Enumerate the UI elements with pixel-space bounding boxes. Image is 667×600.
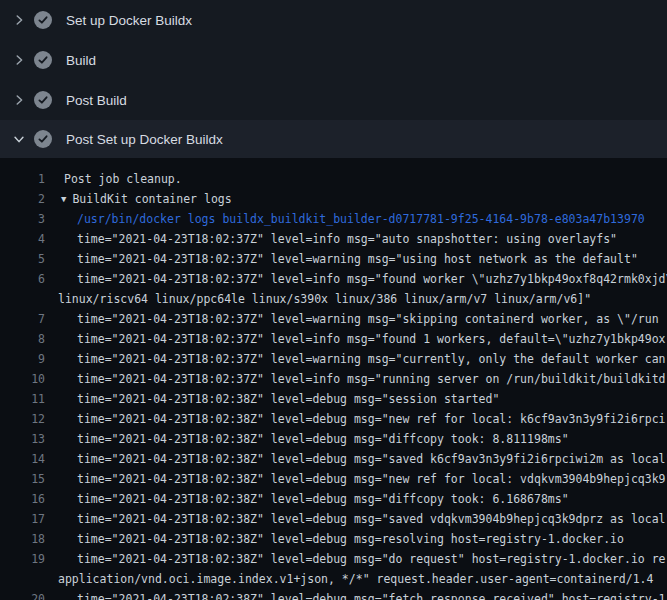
log-line-text: time="2021-04-23T18:02:38Z" level=debug …: [45, 389, 499, 409]
group-title: BuildKit container logs: [72, 192, 231, 206]
chevron-right-icon: [12, 53, 26, 67]
check-circle-icon: [34, 51, 52, 69]
log-line-number[interactable]: 8: [0, 329, 45, 349]
log-line: 16time="2021-04-23T18:02:38Z" level=debu…: [0, 489, 667, 509]
log-line-number[interactable]: 14: [0, 449, 45, 469]
log-line: 4time="2021-04-23T18:02:37Z" level=info …: [0, 229, 667, 249]
log-line: 11time="2021-04-23T18:02:38Z" level=debu…: [0, 389, 667, 409]
log-line-number[interactable]: 2: [0, 189, 45, 209]
log-line-number[interactable]: 9: [0, 349, 45, 369]
log-line-number[interactable]: 5: [0, 249, 45, 269]
log-line-text: time="2021-04-23T18:02:38Z" level=debug …: [45, 509, 667, 529]
log-line-text: application/vnd.oci.image.index.v1+json,…: [45, 569, 653, 589]
log-line-text: time="2021-04-23T18:02:38Z" level=debug …: [45, 489, 569, 509]
log-line-text: time="2021-04-23T18:02:38Z" level=debug …: [45, 429, 569, 449]
log-line-number[interactable]: 13: [0, 429, 45, 449]
log-line-number[interactable]: 12: [0, 409, 45, 429]
log-line-number[interactable]: 19: [0, 549, 45, 569]
log-line-continuation: application/vnd.oci.image.index.v1+json,…: [0, 569, 667, 589]
log-line-text: time="2021-04-23T18:02:37Z" level=warnin…: [45, 249, 638, 269]
log-line-number[interactable]: 17: [0, 509, 45, 529]
log-line-number[interactable]: 6: [0, 269, 45, 289]
log-line-text: time="2021-04-23T18:02:37Z" level=info m…: [45, 329, 666, 349]
step-row-build[interactable]: Build: [0, 40, 667, 80]
log-line: 14time="2021-04-23T18:02:38Z" level=debu…: [0, 449, 667, 469]
check-circle-icon: [34, 91, 52, 109]
log-line-number[interactable]: 3: [0, 209, 45, 229]
log-line: 19time="2021-04-23T18:02:38Z" level=debu…: [0, 549, 667, 569]
check-circle-icon: [34, 11, 52, 29]
log-line-text: ▼BuildKit container logs: [45, 189, 232, 209]
log-line-text: time="2021-04-23T18:02:37Z" level=info m…: [45, 229, 617, 249]
log-line: 12time="2021-04-23T18:02:38Z" level=debu…: [0, 409, 667, 429]
log-line-number[interactable]: 16: [0, 489, 45, 509]
log-line: 5time="2021-04-23T18:02:37Z" level=warni…: [0, 249, 667, 269]
step-title: Post Build: [66, 93, 127, 108]
log-line-number[interactable]: 4: [0, 229, 45, 249]
check-circle-icon: [34, 130, 52, 148]
log-line: 13time="2021-04-23T18:02:38Z" level=debu…: [0, 429, 667, 449]
log-line-text: time="2021-04-23T18:02:37Z" level=info m…: [45, 269, 667, 289]
log-line-text: time="2021-04-23T18:02:38Z" level=debug …: [45, 449, 667, 469]
group-expander-icon[interactable]: ▼: [61, 189, 66, 209]
log-line-continuation: linux/riscv64 linux/ppc64le linux/s390x …: [0, 289, 667, 309]
log-line-number[interactable]: 11: [0, 389, 45, 409]
log-panel: 1Post job cleanup.2▼BuildKit container l…: [0, 158, 667, 600]
log-line: 2▼BuildKit container logs: [0, 189, 667, 209]
log-line-number: [0, 569, 45, 589]
log-line-text: time="2021-04-23T18:02:38Z" level=debug …: [45, 549, 666, 569]
step-row-post-set-up-docker-buildx[interactable]: Post Set up Docker Buildx: [0, 120, 667, 158]
chevron-right-icon: [12, 13, 26, 27]
steps-panel: Set up Docker BuildxBuildPost BuildPost …: [0, 0, 667, 158]
log-line-text: time="2021-04-23T18:02:38Z" level=debug …: [45, 529, 624, 549]
log-line: 15time="2021-04-23T18:02:38Z" level=debu…: [0, 469, 667, 489]
log-line: 9time="2021-04-23T18:02:37Z" level=warni…: [0, 349, 667, 369]
log-line-number[interactable]: 10: [0, 369, 45, 389]
log-line-text: time="2021-04-23T18:02:37Z" level=warnin…: [45, 349, 666, 369]
log-line: 17time="2021-04-23T18:02:38Z" level=debu…: [0, 509, 667, 529]
log-line: 20time="2021-04-23T18:02:38Z" level=debu…: [0, 589, 667, 600]
step-title: Build: [66, 53, 96, 68]
chevron-down-icon: [12, 132, 26, 146]
log-line-text: time="2021-04-23T18:02:38Z" level=debug …: [45, 469, 667, 489]
log-line-text: time="2021-04-23T18:02:37Z" level=info m…: [45, 369, 666, 389]
log-line-number[interactable]: 20: [0, 589, 45, 600]
step-row-set-up-docker-buildx[interactable]: Set up Docker Buildx: [0, 0, 667, 40]
log-command-text: /usr/bin/docker logs buildx_buildkit_bui…: [45, 209, 645, 229]
log-line: 7time="2021-04-23T18:02:37Z" level=warni…: [0, 309, 667, 329]
log-line-text: time="2021-04-23T18:02:38Z" level=debug …: [45, 589, 666, 600]
log-line-number[interactable]: 18: [0, 529, 45, 549]
log-line: 8time="2021-04-23T18:02:37Z" level=info …: [0, 329, 667, 349]
log-line-number[interactable]: 1: [0, 169, 45, 189]
log-line-text: time="2021-04-23T18:02:37Z" level=warnin…: [45, 309, 659, 329]
log-line-number[interactable]: 15: [0, 469, 45, 489]
step-title: Post Set up Docker Buildx: [66, 132, 223, 147]
log-line: 3/usr/bin/docker logs buildx_buildkit_bu…: [0, 209, 667, 229]
log-line-text: time="2021-04-23T18:02:38Z" level=debug …: [45, 409, 666, 429]
chevron-right-icon: [12, 93, 26, 107]
actions-log-viewer: Set up Docker BuildxBuildPost BuildPost …: [0, 0, 667, 600]
log-line: 10time="2021-04-23T18:02:37Z" level=info…: [0, 369, 667, 389]
log-line-text: Post job cleanup.: [45, 169, 182, 189]
log-line: 1Post job cleanup.: [0, 169, 667, 189]
log-line-number: [0, 289, 45, 309]
log-line: 6time="2021-04-23T18:02:37Z" level=info …: [0, 269, 667, 289]
step-row-post-build[interactable]: Post Build: [0, 80, 667, 120]
log-line-number[interactable]: 7: [0, 309, 45, 329]
log-line-text: linux/riscv64 linux/ppc64le linux/s390x …: [45, 289, 591, 309]
log-line: 18time="2021-04-23T18:02:38Z" level=debu…: [0, 529, 667, 549]
step-title: Set up Docker Buildx: [66, 13, 192, 28]
